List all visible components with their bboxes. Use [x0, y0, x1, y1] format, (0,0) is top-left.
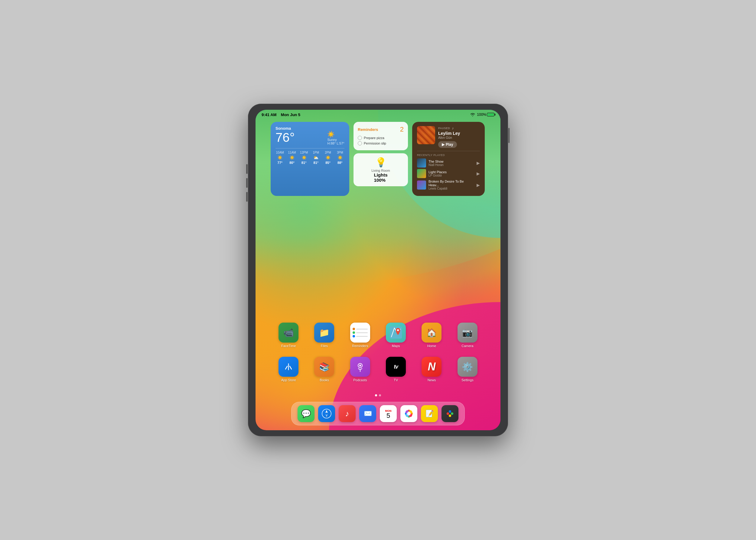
app-news[interactable]: N News: [418, 357, 445, 382]
recent-info-1: Light Places LP Giobbi: [428, 170, 474, 177]
svg-marker-21: [325, 410, 328, 413]
status-time: 9:41 AM Mon Jun 5: [261, 112, 300, 117]
dock-mail-icon: ✉️: [359, 405, 376, 422]
page-dot-1[interactable]: [379, 394, 381, 396]
reminder-item-1: Permission slip: [358, 141, 404, 145]
svg-marker-22: [325, 414, 328, 417]
appstore-svg: [283, 361, 294, 372]
reminders-widget[interactable]: Reminders 2 Prepare pizza Permission sli…: [354, 122, 408, 150]
maps-svg: [390, 327, 402, 338]
app-appstore[interactable]: App Store: [275, 357, 302, 382]
news-label: News: [428, 378, 436, 382]
recent-title-0: The Show: [428, 160, 474, 163]
settings-icon: ⚙️: [458, 357, 478, 377]
power-button[interactable]: [508, 128, 510, 143]
battery-body: [487, 113, 495, 116]
album-art: [417, 126, 435, 144]
battery-percent: 100%: [477, 112, 486, 117]
dock: 💬 ♪ ✉️: [291, 402, 465, 425]
home-device-value: 100%: [374, 178, 385, 183]
forecast-item-5: 3PM ☀️ 88°: [335, 151, 345, 165]
dock-safari[interactable]: [318, 405, 335, 422]
app-camera[interactable]: 📷 Camera: [454, 323, 481, 348]
home-widget[interactable]: 💡 Living Room Lights 100%: [354, 153, 408, 186]
reminders-icon: [350, 323, 370, 342]
dock-messages[interactable]: 💬: [298, 405, 315, 422]
news-inner: N: [421, 357, 441, 377]
music-artist: Altın Gün: [438, 136, 480, 139]
album-art-stripes: [417, 126, 435, 144]
svg-point-36: [449, 415, 451, 417]
app-tv[interactable]: tv TV: [382, 357, 409, 382]
dock-calendar[interactable]: MON 5: [380, 405, 397, 422]
dock-gamecentre[interactable]: [441, 405, 458, 422]
dock-notes[interactable]: 📝: [421, 405, 438, 422]
volume-down-button[interactable]: [246, 178, 248, 188]
dock-gamecentre-icon: [441, 405, 458, 422]
weather-right: ☀️ Sunny H:88° L:57°: [327, 131, 345, 145]
dock-mail[interactable]: ✉️: [359, 405, 376, 422]
reminders-count: 2: [400, 125, 404, 133]
rem-dot-2: [353, 335, 355, 338]
app-podcasts[interactable]: Podcasts: [347, 357, 374, 382]
recent-item-1[interactable]: Light Places LP Giobbi ▶: [417, 169, 480, 178]
status-bar: 9:41 AM Mon Jun 5 100%: [255, 110, 501, 119]
app-home[interactable]: 🏠 Home: [418, 323, 445, 348]
recent-item-2[interactable]: Broken By Desire To Be Heav... Lewis Cap…: [417, 180, 480, 190]
recent-info-0: The Show Niall Horan: [428, 160, 474, 167]
app-files[interactable]: 📁 Files: [311, 323, 338, 348]
rem-bar-0: [356, 329, 368, 330]
side-buttons: [246, 164, 248, 202]
app-settings[interactable]: ⚙️ Settings: [454, 357, 481, 382]
play-label: Play: [446, 142, 453, 147]
dock-messages-icon: 💬: [298, 405, 315, 422]
mute-button[interactable]: [246, 192, 248, 202]
news-n: N: [428, 360, 435, 373]
time-display: 9:41 AM: [261, 112, 276, 117]
music-status: PAUSED ♪: [438, 126, 480, 130]
recent-play-2[interactable]: ▶: [477, 183, 480, 188]
weather-low: L:57°: [337, 142, 345, 145]
recent-title-1: Light Places: [428, 170, 474, 174]
battery-fill: [488, 113, 494, 116]
page-dot-0[interactable]: [375, 394, 377, 396]
files-label: Files: [321, 344, 328, 348]
settings-label: Settings: [461, 378, 474, 382]
home-bulb-icon: 💡: [375, 157, 386, 168]
weather-temp: 76°: [275, 131, 295, 144]
recent-art-0: [417, 158, 426, 168]
widgets-area: Sonoma 76° ☀️ Sunny H:88° L:57°: [271, 122, 485, 196]
volume-up-button[interactable]: [246, 164, 248, 174]
svg-point-35: [449, 410, 451, 413]
reminder-text-1: Permission slip: [364, 142, 386, 145]
recent-play-1[interactable]: ▶: [477, 171, 480, 176]
reminders-app-label: Reminders: [352, 344, 368, 348]
app-facetime[interactable]: 📹 FaceTime: [275, 323, 302, 348]
recently-played: RECENTLY PLAYED The Show Niall Horan ▶ L…: [417, 151, 480, 190]
rem-line-2: [353, 335, 368, 338]
condition-text: Sunny: [327, 138, 337, 142]
play-button[interactable]: ▶ Play: [438, 141, 457, 148]
recent-info-2: Broken By Desire To Be Heav... Lewis Cap…: [428, 180, 474, 190]
app-reminders[interactable]: Reminders: [347, 323, 374, 348]
music-widget[interactable]: PAUSED ♪ Leylim Ley Altın Gün ▶ Play REC…: [412, 122, 485, 196]
dock-music[interactable]: ♪: [339, 405, 356, 422]
reminders-header: Reminders 2: [358, 125, 404, 133]
photos-svg: [403, 408, 415, 420]
podcasts-icon: [350, 357, 370, 377]
page-dots: [375, 394, 381, 396]
weather-condition: Sunny H:88° L:57°: [327, 138, 345, 145]
tv-icon: tv: [386, 357, 406, 377]
app-maps[interactable]: Maps: [382, 323, 409, 348]
recent-item-0[interactable]: The Show Niall Horan ▶: [417, 158, 480, 168]
reminder-circle-1: [358, 141, 362, 145]
apps-row-2: App Store 📚 Books: [271, 357, 485, 382]
app-books[interactable]: 📚 Books: [311, 357, 338, 382]
podcasts-svg: [354, 361, 366, 373]
reminder-item-0: Prepare pizza: [358, 136, 404, 140]
dock-photos[interactable]: [400, 405, 417, 422]
cal-day: 5: [386, 412, 390, 419]
weather-widget[interactable]: Sonoma 76° ☀️ Sunny H:88° L:57°: [271, 122, 349, 196]
music-note-icon: ♪: [452, 126, 454, 130]
recent-play-0[interactable]: ▶: [477, 161, 480, 165]
